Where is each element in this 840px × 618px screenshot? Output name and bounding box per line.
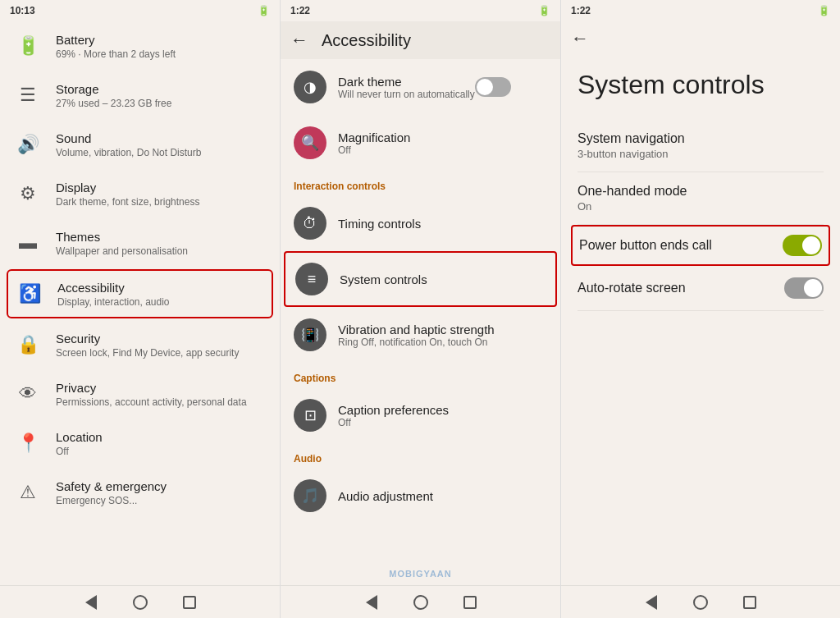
caption-icon: ⊡	[294, 399, 326, 432]
system-nav-title: System navigation	[578, 131, 824, 146]
right-back-arrow[interactable]: ←	[561, 21, 840, 56]
caption-title: Caption preferences	[338, 403, 449, 417]
magnification-item[interactable]: 🔍 Magnification Off	[281, 115, 560, 171]
settings-list: 🔋 Battery 69% · More than 2 days left ☰ …	[0, 21, 280, 585]
sidebar-item-storage[interactable]: ☰ Storage 27% used – 23.23 GB free	[0, 71, 280, 120]
caption-subtitle: Off	[338, 417, 449, 428]
audio-icon: 🎵	[294, 479, 326, 512]
audio-title: Audio adjustment	[338, 489, 433, 503]
sidebar-item-safety[interactable]: ⚠ Safety & emergency Emergency SOS...	[0, 468, 280, 517]
battery-title: Battery	[56, 33, 267, 47]
right-time: 1:22	[571, 5, 591, 16]
right-content: System controls System navigation 3-butt…	[561, 56, 840, 585]
display-icon: ⚙	[13, 179, 43, 208]
mid-nav-bar	[281, 585, 560, 618]
system-nav-subtitle: 3-button navigation	[578, 148, 824, 160]
power-btn-title: Power button ends call	[579, 238, 712, 253]
sound-subtitle: Volume, vibration, Do Not Disturb	[56, 147, 267, 158]
vibration-icon: 📳	[294, 318, 326, 351]
dark-theme-item[interactable]: ◑ Dark theme Will never turn on automati…	[281, 59, 560, 115]
recents-button[interactable]	[181, 594, 198, 611]
watermark: MOBIGYAAN	[389, 569, 451, 579]
privacy-icon: 👁	[13, 379, 43, 409]
storage-title: Storage	[56, 82, 267, 96]
sidebar-item-location[interactable]: 📍 Location Off	[0, 419, 280, 468]
sidebar-item-security[interactable]: 🔒 Security Screen lock, Find My Device, …	[0, 320, 280, 369]
right-battery-icon: 🔋	[818, 5, 830, 16]
mid-time: 1:22	[290, 5, 310, 16]
power-btn-toggle[interactable]	[783, 235, 822, 256]
storage-icon: ☰	[13, 80, 43, 110]
left-time: 10:13	[10, 5, 35, 16]
right-recents-button[interactable]	[742, 594, 758, 611]
magnification-icon: 🔍	[294, 126, 326, 159]
accessibility-title: Accessibility	[57, 281, 265, 295]
right-nav-bar	[561, 585, 840, 618]
storage-subtitle: 27% used – 23.23 GB free	[56, 98, 267, 109]
themes-title: Themes	[56, 230, 267, 244]
sidebar-item-themes[interactable]: ▬ Themes Wallpaper and personalisation	[0, 218, 280, 268]
mid-status-icons: 🔋	[538, 5, 550, 16]
security-title: Security	[56, 332, 267, 346]
accessibility-icon: ♿	[15, 279, 44, 309]
right-status-icons: 🔋	[818, 5, 830, 16]
left-status-icons: 🔋	[258, 5, 270, 16]
audio-label: Audio	[281, 443, 560, 468]
mid-list: ◑ Dark theme Will never turn on automati…	[281, 59, 560, 585]
location-title: Location	[56, 430, 267, 444]
right-status-bar: 1:22 🔋	[561, 0, 840, 21]
sidebar-item-accessibility[interactable]: ♿ Accessibility Display, interaction, au…	[7, 269, 273, 318]
sidebar-item-privacy[interactable]: 👁 Privacy Permissions, account activity,…	[0, 369, 280, 419]
mid-recents-button[interactable]	[462, 594, 478, 611]
left-status-bar: 10:13 🔋	[0, 0, 280, 21]
security-icon: 🔒	[13, 330, 43, 359]
one-handed-title: One-handed mode	[578, 184, 824, 199]
display-title: Display	[56, 181, 267, 195]
right-home-button[interactable]	[692, 594, 709, 611]
sidebar-item-sound[interactable]: 🔊 Sound Volume, vibration, Do Not Distur…	[0, 120, 280, 169]
location-icon: 📍	[13, 428, 43, 458]
privacy-subtitle: Permissions, account activity, personal …	[56, 396, 267, 408]
sound-icon: 🔊	[13, 130, 43, 159]
safety-subtitle: Emergency SOS...	[56, 495, 267, 506]
mid-back-button[interactable]	[363, 594, 380, 611]
sidebar-item-battery[interactable]: 🔋 Battery 69% · More than 2 days left	[0, 21, 280, 71]
themes-icon: ▬	[13, 228, 43, 258]
dark-theme-toggle[interactable]	[475, 77, 511, 97]
interaction-controls-label: Interaction controls	[281, 171, 560, 195]
battery-status-icon: 🔋	[258, 5, 270, 16]
one-handed-item[interactable]: One-handed mode On	[578, 172, 824, 225]
timing-controls-item[interactable]: ⏱ Timing controls	[281, 195, 560, 251]
mid-back-arrow[interactable]: ←	[290, 30, 308, 51]
audio-adjustment-item[interactable]: 🎵 Audio adjustment	[281, 468, 560, 524]
system-controls-title: System controls	[340, 272, 427, 286]
safety-title: Safety & emergency	[56, 479, 267, 493]
caption-preferences-item[interactable]: ⊡ Caption preferences Off	[281, 387, 560, 443]
one-handed-subtitle: On	[578, 200, 824, 213]
privacy-title: Privacy	[56, 381, 267, 395]
auto-rotate-item[interactable]: Auto-rotate screen	[578, 266, 824, 311]
system-controls-item[interactable]: ≡ System controls	[284, 251, 557, 307]
timing-title: Timing controls	[338, 217, 421, 231]
mid-status-bar: 1:22 🔋	[281, 0, 560, 21]
vibration-subtitle: Ring Off, notification On, touch On	[338, 336, 495, 348]
left-nav-bar	[0, 585, 280, 618]
battery-subtitle: 69% · More than 2 days left	[56, 48, 267, 60]
auto-rotate-toggle[interactable]	[784, 277, 824, 299]
home-button[interactable]	[132, 594, 148, 611]
vibration-item[interactable]: 📳 Vibration and haptic strength Ring Off…	[281, 307, 560, 363]
location-subtitle: Off	[56, 446, 267, 457]
power-button-item[interactable]: Power button ends call	[571, 225, 830, 266]
dark-theme-title: Dark theme	[338, 75, 475, 89]
system-controls-page-title: System controls	[578, 69, 824, 100]
sidebar-item-display[interactable]: ⚙ Display Dark theme, font size, brightn…	[0, 169, 280, 218]
system-navigation-item[interactable]: System navigation 3-button navigation	[578, 120, 824, 172]
system-controls-icon: ≡	[295, 263, 328, 295]
accessibility-subtitle: Display, interaction, audio	[57, 296, 265, 308]
left-panel: 10:13 🔋 🔋 Battery 69% · More than 2 days…	[0, 0, 281, 618]
right-back-button[interactable]	[643, 594, 660, 611]
mid-home-button[interactable]	[413, 594, 429, 611]
back-button[interactable]	[83, 594, 99, 611]
accessibility-header: ← Accessibility	[281, 21, 560, 59]
captions-label: Captions	[281, 363, 560, 387]
